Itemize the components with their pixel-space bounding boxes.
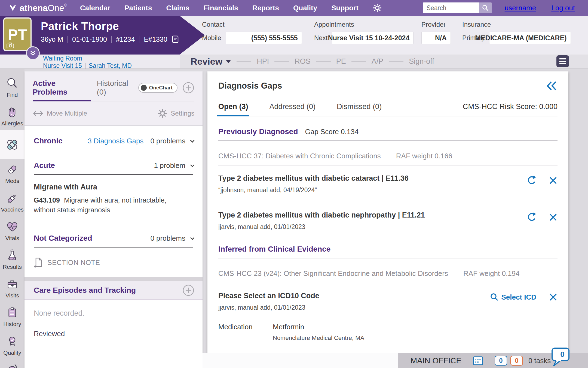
encounter-note-icon[interactable]	[172, 35, 179, 43]
problem-item-migraine[interactable]: Migrane with Aura G43.109 Migrane with a…	[24, 183, 203, 215]
sidebar-item-find[interactable]: Find	[0, 73, 24, 102]
sidebar-item-history[interactable]: History	[0, 302, 24, 331]
readdress-gap-button[interactable]	[526, 175, 536, 186]
move-multiple-button[interactable]: Move Multiple	[33, 110, 87, 117]
hamburger-icon	[559, 58, 566, 59]
nav-item-reports[interactable]: Reports	[252, 4, 279, 12]
encounter-menu-button[interactable]	[556, 55, 569, 67]
brand-reg: ®	[64, 3, 67, 7]
step-hpi[interactable]: HPI	[257, 57, 269, 66]
toggle-knob	[141, 85, 147, 91]
mobile-value-field[interactable]: (555) 555-5555	[226, 32, 302, 44]
tab-active-problems[interactable]: Active Problems	[33, 79, 91, 96]
username-menu[interactable]: username	[505, 4, 536, 12]
care-episodes-header: Care Episodes and Tracking	[24, 281, 203, 300]
next-appointment-field[interactable]: Nurse Visit 15 10-24-2024	[332, 32, 414, 44]
settings-gear-button[interactable]	[373, 3, 382, 13]
urgent-count-badge[interactable]: 0	[510, 356, 523, 366]
provider-value-field[interactable]: N/A	[421, 32, 451, 44]
dismiss-gap-button[interactable]	[549, 176, 558, 185]
visit-link[interactable]: Nurse Visit 15	[43, 62, 82, 69]
sidebar-item-allergies[interactable]: Allergies	[0, 102, 24, 130]
gap-score: Gap Score 0.134	[305, 128, 359, 136]
tasks-count[interactable]: 0 tasks	[528, 357, 551, 365]
hcc-group-header: CMS-HCC 23 (v24): Other Significant Endo…	[218, 269, 558, 283]
page-background	[203, 353, 398, 368]
sidebar-item-results[interactable]: Results	[0, 245, 24, 274]
close-x-icon	[549, 293, 558, 301]
inbox-count-badge[interactable]: 0	[495, 356, 507, 366]
nav-item-financials[interactable]: Financials	[204, 4, 238, 12]
office-selector[interactable]: MAIN OFFICE	[411, 356, 461, 365]
section-note-button[interactable]: SECTION NOTE	[24, 257, 203, 268]
nav-item-claims[interactable]: Claims	[166, 4, 189, 12]
add-care-episode-button[interactable]	[182, 284, 194, 296]
search-input[interactable]	[423, 2, 479, 13]
dismiss-gap-button[interactable]	[549, 293, 558, 301]
sidebar-item-meds[interactable]: Meds	[0, 159, 24, 188]
chevron-down-icon[interactable]	[190, 236, 195, 240]
expand-patient-banner-button[interactable]	[26, 46, 40, 60]
inferred-header: Inferred from Clinical Evidence	[218, 245, 558, 258]
search-button[interactable]	[479, 2, 492, 13]
app-logo[interactable]: athenaOne®	[8, 3, 67, 13]
section-note-label: SECTION NOTE	[47, 259, 100, 267]
step-ros[interactable]: ROS	[295, 57, 311, 66]
chevron-down-icon[interactable]	[190, 163, 195, 167]
care-reviewed[interactable]: Reviewed	[24, 330, 203, 338]
clinician-link[interactable]: Sarah Test, MD	[89, 62, 132, 69]
logout-link[interactable]: Log out	[551, 4, 575, 12]
dismiss-gap-button[interactable]	[549, 213, 558, 222]
diagnosis-gaps-link[interactable]: 3 Diagnosis Gaps	[88, 137, 143, 145]
problems-settings-button[interactable]: Settings	[158, 108, 194, 118]
add-problem-button[interactable]	[182, 82, 194, 94]
sidebar-item-vaccines[interactable]: Vaccines	[0, 188, 24, 216]
sidebar-item-problems[interactable]	[0, 130, 24, 159]
chevron-down-icon[interactable]	[190, 138, 195, 143]
divider	[34, 174, 193, 175]
sidebar-item-care[interactable]: Care	[0, 360, 24, 368]
schedule-calendar-icon[interactable]	[473, 356, 483, 366]
waiting-room-link[interactable]: Waiting Room	[43, 55, 82, 62]
brand-one: One	[48, 3, 64, 13]
top-nav: athenaOne® Calendar Patients Claims Fina…	[0, 0, 588, 16]
appointments-field-group: Appointments Next Nurse Visit 15 10-24-2…	[314, 21, 414, 44]
problems-panel: Active Problems Historical (0) OneChart	[24, 71, 203, 368]
onechart-label: OneChart	[149, 85, 173, 91]
tab-addressed[interactable]: Addressed (0)	[270, 102, 316, 111]
nav-item-patients[interactable]: Patients	[124, 4, 152, 12]
collapse-panel-button[interactable]	[546, 81, 558, 91]
cms-hcc-risk-score: CMS-HCC Risk Score: 0.000	[463, 102, 558, 111]
care-team-icon	[5, 363, 19, 368]
patient-header: Patrick Thorpe 36yo M 01-01-1900 #1234 E…	[0, 16, 588, 55]
tab-historical[interactable]: Historical (0)	[97, 79, 139, 96]
onechart-toggle[interactable]: OneChart	[138, 83, 177, 93]
tab-open[interactable]: Open (3)	[218, 102, 248, 111]
stage-review-dropdown[interactable]: Review	[191, 56, 231, 67]
patient-age-sex: 36yo M	[41, 35, 63, 43]
close-x-icon	[549, 176, 558, 185]
gap-source: “jjohnson, manual add, 04/19/2024”	[218, 186, 409, 194]
nav-item-calendar[interactable]: Calendar	[80, 4, 110, 12]
search-icon	[482, 4, 489, 11]
sidebar-item-quality[interactable]: Quality	[0, 331, 24, 360]
sidebar-item-vitals[interactable]: Vitals	[0, 216, 24, 245]
insurance-value-field[interactable]: MEDICARE-MA (MEDICARE)	[489, 32, 571, 44]
readdress-gap-button[interactable]	[526, 212, 536, 222]
tab-dismissed[interactable]: Dismissed (0)	[337, 102, 382, 111]
brand-athena: athena	[20, 3, 48, 13]
dropdown-caret-icon	[226, 60, 231, 63]
step-pe[interactable]: PE	[336, 57, 346, 66]
sidebar-item-visits[interactable]: Visits	[0, 274, 24, 302]
select-icd-button[interactable]: Select ICD	[490, 293, 536, 301]
camera-icon[interactable]	[7, 43, 14, 49]
step-signoff[interactable]: Sign-off	[409, 57, 434, 66]
nav-item-support[interactable]: Support	[331, 4, 359, 12]
diagnosis-gaps-body: Previously Diagnosed Gap Score 0.134 CMS…	[218, 127, 558, 342]
messages-bubble-button[interactable]: 0	[549, 347, 572, 368]
gap-row-nephropathy: Type 2 diabetes mellitus with diabetic n…	[218, 211, 558, 231]
step-ap[interactable]: A/P	[372, 57, 384, 66]
patient-dob: 01-01-1900	[72, 35, 107, 43]
nav-item-quality[interactable]: Quality	[293, 4, 317, 12]
step-connector	[389, 61, 403, 62]
